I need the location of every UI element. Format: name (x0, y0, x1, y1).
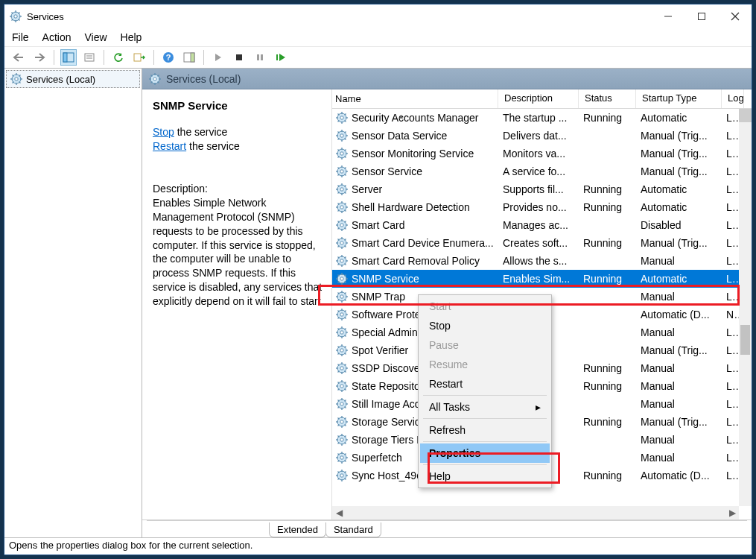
ctx-restart[interactable]: Restart (420, 374, 550, 394)
ctx-refresh[interactable]: Refresh (420, 420, 550, 440)
svg-rect-23 (191, 53, 194, 62)
horizontal-scrollbar[interactable]: ◀ ▶ (332, 506, 739, 519)
service-name: SNMP Trap (352, 291, 405, 303)
gear-icon (335, 272, 349, 285)
col-header-name[interactable]: Name (332, 89, 498, 108)
service-row[interactable]: Smart Card Removal PolicyAllows the s...… (332, 252, 752, 270)
service-name: Storage Tiers M (352, 434, 425, 446)
back-button[interactable] (10, 49, 27, 66)
gear-icon (335, 361, 349, 375)
service-startup-type: Automatic (D... (636, 470, 722, 481)
description-label: Description: (153, 182, 324, 196)
service-startup-type: Automatic (636, 112, 722, 124)
service-name: Superfetch (352, 452, 402, 464)
service-row[interactable]: Smart Card Device Enumera...Creates soft… (332, 234, 752, 252)
action-pane-button[interactable] (181, 49, 197, 66)
svg-rect-15 (63, 53, 67, 62)
gear-icon (335, 290, 349, 303)
service-row[interactable]: ServerSupports fil...RunningAutomaticLoc (332, 180, 752, 198)
scroll-right-icon[interactable]: ▶ (725, 506, 739, 519)
service-name: SNMP Service (352, 273, 419, 285)
service-row[interactable]: Security Accounts ManagerThe startup ...… (332, 109, 752, 127)
menu-file[interactable]: File (12, 31, 29, 43)
restart-service-link[interactable]: Restart (153, 140, 186, 152)
stop-service-button[interactable] (231, 49, 247, 66)
service-description: Creates soft... (498, 237, 579, 249)
gear-icon (335, 147, 349, 160)
service-row[interactable]: Smart CardManages ac...DisabledLoc (332, 216, 752, 234)
gear-icon (335, 415, 349, 429)
gear-icon (10, 72, 23, 86)
service-startup-type: Manual (636, 398, 722, 410)
menubar: File Action View Help (4, 28, 752, 46)
start-service-button[interactable] (210, 49, 226, 66)
service-description: Supports fil... (498, 183, 579, 195)
service-name: Security Accounts Manager (352, 112, 478, 124)
selected-service-name: SNMP Service (153, 98, 324, 113)
service-startup-type: Manual (Trig... (636, 344, 722, 356)
ctx-start: Start (420, 297, 550, 316)
service-row[interactable]: Shell Hardware DetectionProvides no...Ru… (332, 198, 752, 216)
service-description: Provides no... (498, 201, 579, 213)
statusbar: Opens the properties dialog box for the … (4, 538, 752, 555)
help-button[interactable]: ? (160, 49, 177, 66)
nav-tree-item-services-local[interactable]: Services (Local) (6, 70, 140, 88)
stop-service-link[interactable]: Stop (153, 126, 174, 138)
detail-pane: SNMP Service Stop the service Restart th… (142, 89, 332, 519)
service-startup-type: Manual (Trig... (636, 148, 722, 160)
close-button[interactable] (718, 4, 752, 28)
service-row[interactable]: Sensor ServiceA service fo...Manual (Tri… (332, 162, 752, 180)
ctx-properties[interactable]: Properties (420, 443, 550, 463)
service-status: Running (579, 380, 636, 392)
restart-service-button[interactable] (273, 49, 289, 66)
app-icon (9, 10, 22, 23)
minimize-button[interactable] (651, 4, 684, 28)
service-name: Storage Service (352, 416, 426, 428)
service-row[interactable]: Sensor Data ServiceDelivers dat...Manual… (332, 127, 752, 145)
view-tabs: Extended Standard (142, 519, 752, 537)
gear-icon (335, 183, 349, 196)
titlebar[interactable]: Services (4, 4, 752, 28)
service-status: Running (579, 416, 636, 428)
svg-rect-19 (134, 54, 141, 61)
svg-text:?: ? (166, 53, 171, 62)
ctx-pause: Pause (420, 335, 550, 355)
toolbar: ? (4, 46, 752, 69)
service-description: Allows the s... (498, 255, 579, 267)
col-header-startup-type[interactable]: Startup Type (636, 89, 722, 108)
service-row[interactable]: Sensor Monitoring ServiceMonitors va...M… (332, 145, 752, 162)
sort-ascending-icon: ▲ (398, 113, 404, 120)
service-row[interactable]: SNMP ServiceEnables Sim...RunningAutomat… (332, 270, 752, 288)
col-header-description[interactable]: Description (498, 89, 579, 108)
service-description: Manages ac... (498, 219, 579, 231)
export-list-button[interactable] (131, 49, 147, 66)
ctx-help[interactable]: Help (420, 467, 550, 486)
ctx-all-tasks[interactable]: All Tasks▸ (420, 397, 550, 417)
service-startup-type: Manual (Trig... (636, 165, 722, 177)
maximize-button[interactable] (684, 4, 718, 28)
tab-standard[interactable]: Standard (325, 522, 381, 537)
ctx-resume: Resume (420, 355, 550, 374)
service-status: Running (579, 112, 636, 124)
menu-action[interactable]: Action (42, 31, 72, 43)
ctx-stop[interactable]: Stop (420, 316, 550, 335)
forward-button[interactable] (31, 49, 48, 66)
tab-extended[interactable]: Extended (269, 522, 326, 537)
vertical-scrollbar[interactable] (739, 109, 752, 506)
menu-help[interactable]: Help (121, 31, 142, 43)
col-header-status[interactable]: Status (579, 89, 636, 108)
svg-rect-25 (257, 54, 259, 60)
pause-service-button[interactable] (252, 49, 268, 66)
menu-view[interactable]: View (84, 31, 107, 43)
refresh-button[interactable] (110, 49, 127, 66)
gear-icon (335, 218, 349, 232)
service-name: Sensor Service (352, 165, 422, 177)
show-hide-console-tree-button[interactable] (60, 49, 77, 66)
properties-button[interactable] (81, 49, 98, 66)
service-name: Smart Card Device Enumera... (352, 237, 494, 249)
service-name: Still Image Acqu (352, 398, 426, 410)
gear-icon (335, 254, 349, 268)
service-startup-type: Manual (636, 380, 722, 392)
scroll-left-icon[interactable]: ◀ (332, 506, 346, 519)
col-header-logon[interactable]: Log (722, 89, 744, 108)
